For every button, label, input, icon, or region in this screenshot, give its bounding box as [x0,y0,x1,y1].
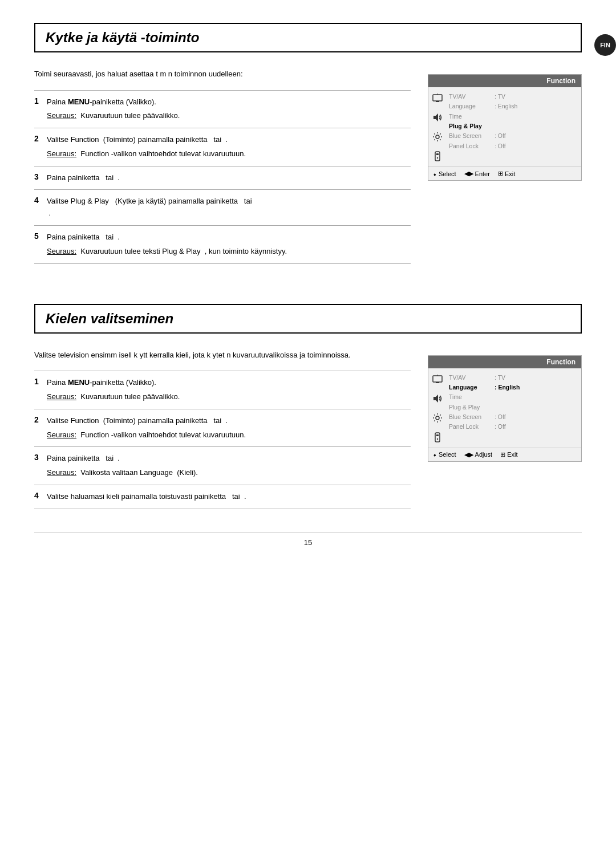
footer-exit-label-2: Exit [507,451,517,458]
seuraus-label: Seuraus: [47,392,76,401]
svg-rect-9 [436,382,439,383]
footer-enter-label: Enter [475,170,490,177]
sound-icon-2 [432,393,443,404]
bluescreen-value: : Off [495,131,506,141]
table-row: 1 Paina MENU-painiketta (Valikko). Seura… [34,90,411,128]
tv-data-row: TV/AV : TV [449,373,578,383]
section1-left: Toimi seuraavasti, jos haluat asettaa t … [34,68,411,264]
svg-point-12 [436,416,439,420]
time-label: Time [449,112,495,121]
plugplay-label-2: Plug & Play [449,403,495,412]
tv-data-row: Language : English [449,101,578,111]
step-num: 4 [34,485,47,509]
section2: Kielen valitseminen Valitse television e… [34,304,582,509]
footer-select: ⬧ Select [433,170,456,177]
section2-title-box: Kielen valitseminen [34,304,582,334]
sound-icon [432,112,443,123]
panellock-label-2: Panel Lock [449,422,495,432]
bluescreen-label-2: Blue Screen [449,412,495,422]
panellock-value-2: : Off [495,422,506,432]
language-label-2: Language [449,383,495,392]
svg-rect-13 [435,433,440,442]
svg-point-4 [436,135,439,139]
section2-right: Function [428,350,582,509]
footer-adjust-2: ◀▶ Adjust [464,451,493,458]
section2-title: Kielen valitseminen [46,311,570,327]
section1-title-box: Kytke ja käytä -toiminto [34,23,582,52]
seuraus-text: Seuraus: Function -valikon vaihtoehdot t… [47,148,411,160]
tv-icon [432,92,443,104]
step-num: 5 [34,226,47,264]
seuraus-text: Seuraus: Kuvaruutuun tulee päävalikko. [47,110,411,122]
table-row: 5 Paina painiketta tai . Seuraus: Kuvaru… [34,226,411,264]
seuraus-label: Seuraus: [47,468,76,477]
bluescreen-value-2: : Off [495,412,506,422]
time-label-2: Time [449,392,495,402]
svg-rect-0 [433,95,442,101]
tv-icon-col [432,92,445,162]
table-row: 2 Valitse Function (Toiminto) painamalla… [34,128,411,166]
menu-bold: MENU [68,378,90,387]
tv-menu-panel-1: Function [428,74,582,181]
seuraus-text: Seuraus: Valikosta valitaan Language (Ki… [47,467,411,479]
section1-steps-table: 1 Paina MENU-painiketta (Valikko). Seura… [34,90,411,264]
bluescreen-label: Blue Screen [449,131,495,141]
tv-data-row: Blue Screen : Off [449,412,578,422]
tv-menu-header: Function [428,75,581,87]
svg-rect-5 [435,152,440,161]
tv-data-row-highlighted-2: Language : English [449,383,578,392]
panellock-label: Panel Lock [449,141,495,151]
fin-badge: FIN [594,34,616,56]
tv-icon-2 [432,373,443,385]
footer-select-label-2: Select [439,451,456,458]
svg-rect-8 [433,376,442,382]
language-label: Language [449,101,495,111]
seuraus-label: Seuraus: [47,247,76,255]
tv-menu-header-2: Function [428,356,581,368]
tv-value-2: : TV [495,373,505,383]
settings-icon-2 [432,412,443,424]
step-content: Paina painiketta tai . Seuraus: Valikost… [47,447,411,485]
tv-data-col: TV/AV : TV Language : English Time [449,92,578,162]
tv-label: TV/AV [449,92,495,101]
seuraus-text: Seuraus: Function -valikon vaihtoehdot t… [47,429,411,441]
footer-adjust-label-2: Adjust [475,451,493,458]
tv-data-row: Time [449,392,578,402]
page-number-text: 15 [304,538,312,547]
tv-data-row: Blue Screen : Off [449,131,578,141]
svg-point-15 [437,438,438,439]
tv-menu-footer-1: ⬧ Select ◀▶ Enter ⊞ Exit [428,166,581,180]
page-container: FIN Kytke ja käytä -toiminto Toimi seura… [0,0,616,845]
settings-icon [432,131,443,143]
section1-content: Toimi seuraavasti, jos haluat asettaa t … [34,68,582,264]
step-content: Valitse haluamasi kieli painamalla toist… [47,485,411,509]
footer-enter: ◀▶ Enter [464,170,490,177]
footer-exit-2: ⊞ Exit [500,451,517,458]
svg-marker-3 [433,113,438,121]
step-num: 1 [34,371,47,409]
tv-data-row: Plug & Play [449,403,578,412]
step-num: 3 [34,166,47,190]
seuraus-label: Seuraus: [47,111,76,120]
step-content: Valitse Function (Toiminto) painamalla p… [47,409,411,447]
step-num: 4 [34,190,47,226]
tv-menu-panel-2: Function [428,355,582,462]
step-content: Paina painiketta tai . [47,166,411,190]
footer-select-label: Select [439,170,456,177]
step-num: 1 [34,90,47,128]
page-number: 15 [34,532,582,547]
seuraus-text: Seuraus: Kuvaruutuun tulee teksti Plug &… [47,246,411,258]
lang-badge-text: FIN [600,42,610,48]
tv-menu-footer-2: ⬧ Select ◀▶ Adjust ⊞ Exit [428,448,581,461]
tv-label-2: TV/AV [449,373,495,383]
tv-value: : TV [495,92,505,101]
svg-point-7 [437,157,438,159]
table-row: 3 Paina painiketta tai . Seuraus: Valiko… [34,447,411,485]
remote-icon-2 [432,432,443,443]
footer-exit: ⊞ Exit [498,170,515,177]
tv-data-row: Panel Lock : Off [449,422,578,432]
section1-right: Function [428,68,582,264]
step-num: 2 [34,409,47,447]
remote-icon [432,151,443,162]
step-num: 2 [34,128,47,166]
